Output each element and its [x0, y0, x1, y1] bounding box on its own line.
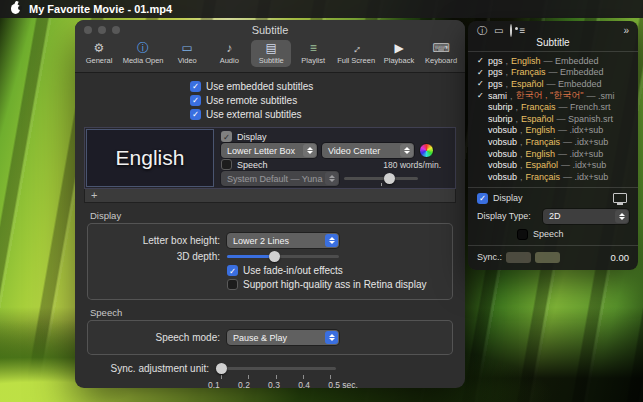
track-format: vobsub [488, 149, 517, 159]
subtitle-track-row[interactable]: ✓sami , 한국어 , "한국어" — .smi [477, 90, 629, 102]
track-language: Español [521, 114, 554, 124]
tick-label: 0.5 sec. [328, 380, 358, 388]
subtitle-track-row[interactable]: vobsub , Français — .idx+sub [477, 171, 629, 183]
hud-toolbar: ⓘ▭≡» [468, 21, 638, 37]
toolbar-item-label: Subtitle [259, 56, 284, 65]
toolbar-item-general[interactable]: ⚙General [79, 40, 119, 67]
preview-speech-checkbox[interactable] [221, 159, 232, 170]
subtitle-style-list-footer: + [84, 189, 456, 203]
depth-slider[interactable] [227, 251, 339, 262]
hud-display-label: Display [493, 193, 523, 203]
sync-increase-button[interactable] [535, 252, 560, 263]
display-type-popup[interactable]: 2D [543, 209, 629, 224]
hud-sync-value: 0.00 [611, 252, 630, 263]
subtitle-alignment-popup[interactable]: Video Center [322, 143, 414, 158]
tick-label: 0.2 [238, 380, 250, 388]
checkbox-label: Use remote subtitles [206, 95, 297, 106]
track-separator: , [506, 79, 509, 89]
toolbar-item-label: Keyboard [425, 56, 457, 65]
toolbar-item-video[interactable]: ▭Video [167, 40, 207, 67]
hud-speech-label: Speech [533, 229, 564, 239]
toolbar-item-playlist[interactable]: ≡Playlist [293, 40, 333, 67]
play-icon: ▶ [394, 42, 403, 55]
display-group: Letter box height: Lower 2 Lines 3D dept… [87, 223, 453, 300]
toolbar-item-media-open[interactable]: ⓘMedia Open [121, 40, 165, 67]
minimize-button[interactable] [98, 26, 106, 34]
subtitle-track-row[interactable]: vobsub , English — .idx+sub [477, 125, 629, 137]
hud-title: Subtitle [468, 37, 638, 52]
speech-rate-label: 180 words/min. [383, 160, 449, 170]
track-format: pgs [488, 56, 503, 66]
sync-unit-tick-labels: 0.10.20.30.40.5 sec. [208, 380, 358, 388]
subtitle-position-popup[interactable]: Lower Letter Box [221, 143, 317, 158]
track-language: Français [526, 172, 561, 182]
subtitle-track-row[interactable]: ✓pgs , English — Embedded [477, 55, 629, 67]
preferences-window: Subtitle ⚙GeneralⓘMedia Open▭Video♪Audio… [75, 20, 465, 388]
hud-double-arrow-icon[interactable]: » [623, 25, 629, 36]
hud-display-checkbox[interactable]: ✓ [477, 193, 488, 204]
fade-effects-checkbox[interactable]: ✓ [227, 265, 238, 276]
sync-unit-tickmarks [216, 375, 336, 379]
track-source: — French.srt [559, 102, 611, 112]
toolbar-item-subtitle[interactable]: ▤Subtitle [251, 40, 291, 67]
speaker-icon: ♪ [226, 42, 232, 55]
titlebar[interactable]: Subtitle [75, 20, 465, 39]
checkbox[interactable]: ✓ [190, 95, 201, 106]
retina-ass-checkbox[interactable] [227, 279, 238, 290]
subtitle-source-option: ✓Use external subtitles [190, 107, 350, 121]
checkbox[interactable]: ✓ [190, 109, 201, 120]
letterbox-height-label: Letter box height: [98, 235, 220, 246]
speech-group: Speech mode: Pause & Play [87, 320, 453, 355]
track-separator: , [520, 149, 523, 159]
add-style-button[interactable]: + [91, 190, 97, 201]
display-icon: ▭ [182, 42, 193, 55]
subtitle-track-list: ✓pgs , English — Embedded✓pgs , Français… [468, 52, 638, 185]
zoom-button[interactable] [112, 26, 120, 34]
display-device-icon[interactable] [613, 193, 627, 203]
chevron-updown-icon [325, 331, 338, 344]
subtitle-source-option: ✓Use embedded subtitles [190, 79, 350, 93]
track-source: — .idx+sub [558, 125, 603, 135]
hud-info-icon[interactable]: ⓘ [477, 25, 487, 36]
fade-effects-label: Use fade-in/out effects [243, 265, 343, 276]
track-separator: , [520, 172, 523, 182]
hud-list-icon[interactable]: ≡ [519, 25, 525, 36]
toolbar-item-full-screen[interactable]: ↔Full Screen [335, 40, 377, 67]
track-source: — .idx+sub [561, 160, 606, 170]
tick-label: 0.3 [268, 380, 280, 388]
speech-mode-popup[interactable]: Pause & Play [227, 330, 339, 345]
preview-display-checkbox[interactable]: ✓ [221, 131, 232, 142]
toolbar-item-keyboard[interactable]: ⌨Keyboard [421, 40, 461, 67]
subtitle-track-row[interactable]: vobsub , Español — .idx+sub [477, 159, 629, 171]
subtitle-track-row[interactable]: subrip , Français — French.srt [477, 101, 629, 113]
letterbox-height-popup[interactable]: Lower 2 Lines [227, 233, 339, 248]
speech-voice-popup[interactable]: System Default — Yuna [221, 171, 339, 186]
close-button[interactable] [84, 26, 92, 34]
apple-menu-icon[interactable] [11, 4, 20, 14]
eye-icon[interactable] [510, 25, 512, 36]
track-source: — .idx+sub [563, 137, 608, 147]
preview-display-label: Display [237, 132, 267, 142]
subtitle-sample-text[interactable]: English [86, 129, 214, 187]
hud-display-icon[interactable]: ▭ [494, 25, 503, 36]
speech-rate-slider[interactable] [344, 173, 418, 184]
subtitle-track-row[interactable]: vobsub , Français — .idx+sub [477, 136, 629, 148]
subtitle-track-row[interactable]: vobsub , English — .idx+sub [477, 148, 629, 160]
menubar: My Favorite Movie - 01.mp4 [0, 0, 643, 18]
color-wheel-icon[interactable] [419, 143, 434, 158]
toolbar-item-playback[interactable]: ▶Playback [379, 40, 419, 67]
menubar-app-title[interactable]: My Favorite Movie - 01.mp4 [29, 3, 172, 15]
sync-decrease-button[interactable] [506, 252, 531, 263]
subtitle-track-row[interactable]: subrip , Español — Spanish.srt [477, 113, 629, 125]
subtitle-track-row[interactable]: ✓pgs , Français — Embedded [477, 67, 629, 79]
track-language: English [526, 125, 556, 135]
checkbox[interactable]: ✓ [190, 81, 201, 92]
toolbar-item-label: Playback [384, 56, 414, 65]
toolbar-item-audio[interactable]: ♪Audio [209, 40, 249, 67]
subtitle-track-row[interactable]: ✓pgs , Español — Embedded [477, 78, 629, 90]
subtitle-style-preview: English ✓ Display Lower Letter Box Video… [84, 127, 456, 189]
hud-speech-checkbox[interactable] [517, 229, 528, 240]
depth-label: 3D depth: [98, 251, 220, 262]
track-format: subrip [488, 114, 513, 124]
sync-unit-slider[interactable] [216, 363, 336, 374]
